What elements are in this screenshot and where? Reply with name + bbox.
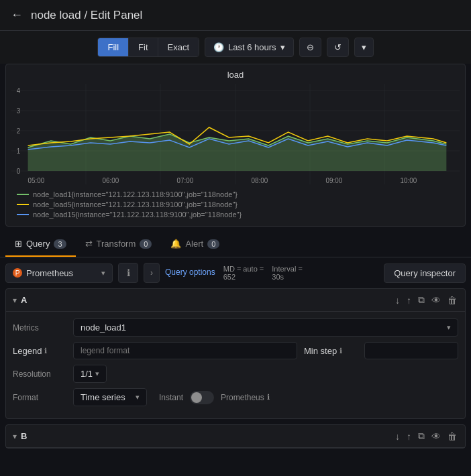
alert-tab-icon: 🔔 (170, 239, 181, 249)
md-value: 652 (223, 273, 264, 281)
query-a-visibility[interactable]: 👁 (430, 294, 442, 307)
collapse-a-icon[interactable]: ▾ (13, 296, 17, 305)
back-button[interactable]: ← (11, 8, 23, 22)
chevron-down-icon: ▾ (280, 42, 285, 52)
query-tab-badge: 3 (54, 239, 66, 249)
format-row: Format Time series ▾ Instant Prometheus … (13, 388, 458, 406)
min-step-label: Min step (304, 346, 337, 356)
zoom-button-group: Fill Fit Exact (97, 38, 199, 57)
query-b-letter: B (21, 431, 27, 441)
resolution-chevron-icon: ▾ (95, 369, 99, 378)
interval-info: Interval = 30s (272, 265, 303, 281)
alert-tab-label: Alert (185, 239, 203, 249)
tab-alert[interactable]: 🔔 Alert 0 (161, 232, 229, 257)
svg-text:06:00: 06:00 (103, 177, 119, 184)
query-b-actions: ↓ ↑ ⧉ 👁 🗑 (394, 429, 458, 443)
svg-text:08:00: 08:00 (252, 177, 268, 184)
query-meta-info: MD = auto = 652 (223, 265, 264, 281)
query-section: P Prometheus ▾ ℹ › Query options MD = au… (0, 257, 471, 459)
query-options-label[interactable]: Query options (165, 267, 215, 278)
legend-color-load15 (17, 214, 29, 215)
query-inspector-button[interactable]: Query inspector (384, 263, 466, 283)
transform-tab-label: Transform (97, 239, 136, 249)
legend-format-input[interactable] (73, 342, 297, 359)
refresh-button[interactable]: ↺ (327, 38, 349, 57)
info-icon: ℹ (127, 267, 130, 278)
chart-panel: load 4 3 2 1 0 05:00 06:00 07:00 (5, 64, 466, 227)
svg-text:05:00: 05:00 (28, 177, 45, 184)
query-b-copy[interactable]: ⧉ (417, 429, 426, 443)
page-title: node load / Edit Panel (31, 9, 142, 22)
query-a-actions: ↓ ↑ ⧉ 👁 🗑 (394, 293, 458, 307)
svg-text:0: 0 (17, 168, 21, 175)
legend-label-load5: node_load5{instance="121.122.123.118:910… (33, 200, 238, 209)
clock-icon: 🕐 (213, 42, 224, 52)
metrics-row: Metrics node_load1 ▾ (13, 318, 458, 337)
chart-title: load (11, 70, 460, 80)
interval-label: Interval = (272, 265, 303, 273)
md-label: MD = auto = (223, 265, 264, 273)
transform-tab-badge: 0 (140, 239, 152, 249)
exact-button[interactable]: Exact (158, 38, 199, 56)
query-options-area: Query options (165, 267, 215, 278)
zoom-out-button[interactable]: ⊖ (299, 38, 321, 57)
prometheus-label-group: Prometheus ℹ (221, 393, 270, 402)
query-block-b: ▾ B ↓ ↑ ⧉ 👁 🗑 (5, 424, 466, 449)
datasource-info-button[interactable]: ℹ (118, 263, 138, 283)
format-selector[interactable]: Time series ▾ (73, 388, 147, 406)
query-a-move-up[interactable]: ↑ (405, 294, 413, 307)
resolution-value: 1/1 (81, 369, 93, 379)
toggle-knob (191, 392, 202, 403)
time-range-label: Last 6 hours (228, 42, 276, 52)
min-step-input[interactable] (364, 342, 458, 359)
alert-tab-badge: 0 (207, 239, 219, 249)
metrics-selector[interactable]: node_load1 ▾ (73, 318, 458, 337)
query-a-move-down[interactable]: ↓ (394, 294, 401, 307)
legend-color-load1 (17, 194, 29, 195)
query-a-letter: A (21, 295, 27, 305)
datasource-chevron-icon: ▾ (101, 269, 105, 278)
fit-button[interactable]: Fit (129, 38, 158, 56)
tab-query[interactable]: ⊞ Query 3 (5, 232, 76, 257)
datasource-selector[interactable]: P Prometheus ▾ (5, 263, 113, 283)
legend-item-load15: node_load15{instance="121.122.123.118:91… (17, 211, 454, 219)
query-b-delete[interactable]: 🗑 (446, 430, 458, 443)
svg-text:2: 2 (17, 127, 21, 135)
more-options-button[interactable]: ▾ (354, 38, 374, 57)
legend-item-load5: node_load5{instance="121.122.123.118:910… (17, 200, 454, 209)
min-step-info-icon[interactable]: ℹ (339, 347, 342, 355)
back-icon: ← (11, 8, 23, 22)
query-b-move-down[interactable]: ↓ (394, 430, 401, 443)
chevron-right-icon: › (150, 268, 153, 278)
fill-button[interactable]: Fill (98, 38, 129, 56)
collapse-b-icon[interactable]: ▾ (13, 432, 17, 441)
header: ← node load / Edit Panel (0, 0, 471, 31)
svg-text:3: 3 (17, 107, 21, 115)
query-tab-icon: ⊞ (15, 239, 22, 249)
query-b-move-up[interactable]: ↑ (405, 430, 413, 443)
expand-query-button[interactable]: › (144, 263, 160, 283)
min-step-label-group: Min step ℹ (304, 346, 358, 356)
query-toolbar-row: P Prometheus ▾ ℹ › Query options MD = au… (5, 263, 466, 283)
chart-area: 4 3 2 1 0 05:00 06:00 07:00 08:00 09:00 … (11, 84, 460, 186)
query-a-copy[interactable]: ⧉ (417, 293, 426, 307)
legend-label-load15: node_load15{instance="121.122.123.118:91… (33, 211, 242, 219)
query-block-a-header: ▾ A ↓ ↑ ⧉ 👁 🗑 (6, 289, 465, 312)
legend-minstep-row: Legend ℹ Min step ℹ (13, 342, 458, 359)
svg-text:1: 1 (17, 147, 21, 155)
query-a-delete[interactable]: 🗑 (446, 294, 458, 307)
datasource-name: Prometheus (26, 268, 97, 278)
format-field-label: Format (13, 393, 66, 402)
tab-transform[interactable]: ⇄ Transform 0 (76, 232, 162, 257)
prometheus-info-icon[interactable]: ℹ (267, 393, 270, 402)
time-range-button[interactable]: 🕐 Last 6 hours ▾ (205, 38, 294, 57)
resolution-field-label: Resolution (13, 369, 66, 379)
query-b-visibility[interactable]: 👁 (430, 430, 442, 443)
legend-label-group: Legend ℹ (13, 346, 66, 356)
legend-info-icon[interactable]: ℹ (44, 347, 47, 355)
resolution-selector[interactable]: 1/1 ▾ (73, 365, 107, 383)
instant-toggle[interactable] (190, 391, 214, 404)
tabs-bar: ⊞ Query 3 ⇄ Transform 0 🔔 Alert 0 (0, 232, 471, 257)
format-value: Time series (81, 392, 125, 402)
chart-legend: node_load1{instance="121.122.123.118:910… (11, 186, 460, 219)
